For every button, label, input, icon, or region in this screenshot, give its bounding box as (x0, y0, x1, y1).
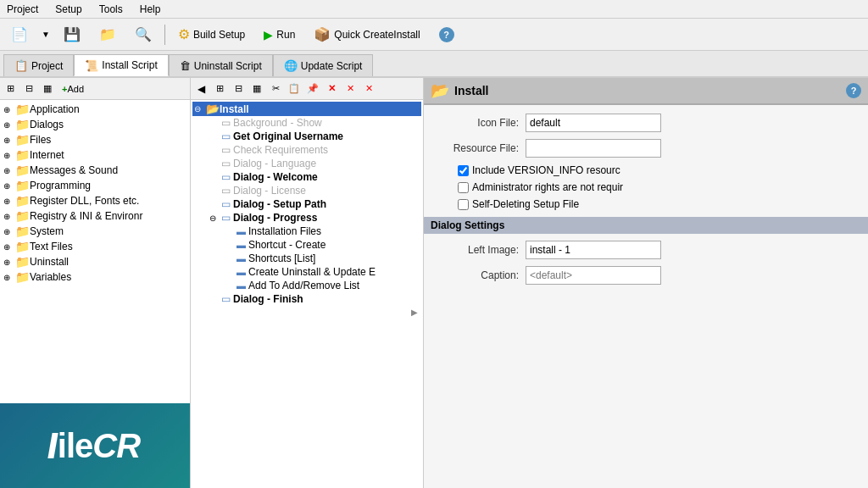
menu-tools[interactable]: Tools (96, 3, 126, 16)
tree-item-uninstall[interactable]: ⊕ 📁 Uninstall (2, 254, 188, 269)
mid-panel-toolbar: ◀ ⊞ ⊟ ▦ ✂ 📋 📌 ✕ ✕ ✕ (191, 78, 423, 100)
help-button[interactable]: ? (431, 22, 462, 47)
open-icon: 📁 (99, 26, 116, 42)
quick-create-button[interactable]: 📦 Quick CreateInstall (306, 22, 427, 47)
dropdown-button[interactable]: ▼ (39, 22, 53, 47)
mid-item-shortcutcreate[interactable]: ▬ Shortcut - Create (223, 238, 421, 252)
tree-item-system[interactable]: ⊕ 📁 System (2, 224, 188, 239)
tab-uninstall-script[interactable]: 🗑 Uninstall Script (169, 54, 273, 76)
mid-item-checkreq[interactable]: ▭ Check Requirements (208, 143, 421, 157)
menu-help[interactable]: Help (136, 3, 164, 16)
left-image-input[interactable] (526, 241, 661, 259)
icon-file-input[interactable] (526, 114, 661, 132)
left-panel-toolbar: ⊞ ⊟ ▦ + Add (0, 78, 190, 100)
tree-item-messages[interactable]: ⊕ 📁 Messages & Sound (2, 163, 188, 178)
mid-item-dialogsetuppath[interactable]: ▭ Dialog - Setup Path (208, 197, 421, 211)
tree-item-textfiles[interactable]: ⊕ 📁 Text Files (2, 239, 188, 254)
mid-label-shortcutcreate: Shortcut - Create (248, 239, 326, 251)
mid-label-background: Background - Show (233, 117, 322, 129)
tab-project[interactable]: 📋 Project (3, 54, 74, 76)
menu-project[interactable]: Project (3, 3, 42, 16)
mid-icon-createuninstall: ▬ (236, 267, 246, 277)
label-application: Application (30, 103, 80, 115)
mid-item-dialogwelcome[interactable]: ▭ Dialog - Welcome (208, 170, 421, 184)
tree-item-application[interactable]: ⊕ 📁 Application (2, 102, 188, 117)
folder-icon-dialogs: 📁 (15, 118, 30, 131)
resource-file-row: Resource File: (441, 139, 851, 158)
mid-item-dialogprogress[interactable]: ⊖ ▭ Dialog - Progress (208, 211, 421, 225)
mid-item-addtoremove[interactable]: ▬ Add To Add/Remove List (223, 279, 421, 292)
quick-label: Quick CreateInstall (334, 29, 420, 41)
new-icon: 📄 (11, 26, 28, 42)
mid-copy-btn[interactable]: 📋 (286, 80, 303, 97)
folder-icon-variables: 📁 (15, 270, 30, 284)
mid-script-icon-dialoglicense: ▭ (221, 185, 231, 197)
toggle-system: ⊕ (3, 227, 15, 236)
mid-item-background[interactable]: ▭ Background - Show (208, 116, 421, 130)
folder-icon-messages: 📁 (15, 164, 30, 177)
build-setup-button[interactable]: ⚙ Build Setup (170, 22, 253, 47)
version-info-checkbox[interactable] (458, 165, 469, 176)
admin-rights-checkbox[interactable] (458, 182, 469, 193)
tree-item-files[interactable]: ⊕ 📁 Files (2, 132, 188, 147)
folder-icon-programming: 📁 (15, 179, 30, 192)
left-grid-btn[interactable]: ⊟ (20, 80, 37, 97)
mid-item-dialogfinish[interactable]: ▭ Dialog - Finish (208, 292, 421, 306)
mid-item-createuninstall[interactable]: ▬ Create Uninstall & Update E (223, 265, 421, 279)
caption-input[interactable] (526, 266, 661, 285)
mid-item-instfiles[interactable]: ▬ Installation Files (223, 225, 421, 238)
toggle-messages: ⊕ (3, 166, 15, 175)
admin-rights-label: Administrator rights are not requir (472, 181, 623, 193)
mid-item-getuser[interactable]: ▭ Get Original Username (208, 130, 421, 143)
mid-label-dialogprogress: Dialog - Progress (233, 212, 317, 224)
left-tree[interactable]: ⊕ 📁 Application ⊕ 📁 Dialogs ⊕ 📁 Files ⊕ … (0, 100, 190, 403)
tree-item-register[interactable]: ⊕ 📁 Register DLL, Fonts etc. (2, 193, 188, 208)
mid-cut-btn[interactable]: ✂ (267, 80, 284, 97)
label-variables: Variables (30, 271, 71, 283)
mid-scrollbar-hint: ▶ (192, 306, 421, 319)
tree-item-programming[interactable]: ⊕ 📁 Programming (2, 178, 188, 193)
open-button[interactable]: 📁 (92, 22, 124, 47)
mid-progress-children: ▬ Installation Files ▬ Shortcut - Create… (223, 225, 421, 292)
toggle-variables: ⊕ (3, 273, 15, 282)
tree-item-internet[interactable]: ⊕ 📁 Internet (2, 147, 188, 163)
mid-close1-btn[interactable]: ✕ (342, 80, 359, 97)
mid-folder-icon-install: 📂 (206, 103, 220, 115)
mid-icon-addtoremove: ▬ (236, 280, 246, 291)
mid-item-dialoglang[interactable]: ▭ Dialog - Language (208, 157, 421, 170)
new-button[interactable]: 📄 (3, 22, 36, 47)
tree-item-dialogs[interactable]: ⊕ 📁 Dialogs (2, 117, 188, 132)
mid-tree[interactable]: ⊖ 📂 Install ▭ Background - Show ▭ Get Or… (191, 100, 423, 488)
folder-icon-application: 📁 (15, 103, 30, 116)
save-button[interactable]: 💾 (56, 22, 88, 47)
mid-label-addtoremove: Add To Add/Remove List (248, 280, 359, 291)
left-list-btn[interactable]: ▦ (39, 80, 56, 97)
mid-expand-btn[interactable]: ⊞ (211, 80, 228, 97)
mid-icon-shortcutslist: ▬ (236, 253, 246, 263)
mid-delete-btn[interactable]: ✕ (323, 80, 340, 97)
toggle-register: ⊕ (3, 197, 15, 206)
search-icon: 🔍 (135, 26, 152, 42)
label-messages: Messages & Sound (30, 164, 118, 176)
self-delete-checkbox[interactable] (458, 199, 469, 210)
run-button[interactable]: ▶ Run (256, 22, 303, 47)
resource-file-input[interactable] (526, 139, 661, 158)
mid-list-btn[interactable]: ▦ (248, 80, 265, 97)
mid-grid-btn[interactable]: ⊟ (230, 80, 247, 97)
mid-back-btn[interactable]: ◀ (192, 80, 209, 97)
mid-item-shortcutslist[interactable]: ▬ Shortcuts [List] (223, 252, 421, 265)
build-icon: ⚙ (178, 26, 190, 42)
tree-item-variables[interactable]: ⊕ 📁 Variables (2, 269, 188, 285)
tree-item-registry[interactable]: ⊕ 📁 Registry & INI & Environr (2, 208, 188, 224)
main-area: ⊞ ⊟ ▦ + Add ⊕ 📁 Application ⊕ 📁 Dialogs … (0, 78, 868, 488)
tab-install-script[interactable]: 📜 Install Script (74, 54, 168, 76)
mid-paste-btn[interactable]: 📌 (304, 80, 321, 97)
left-add-btn[interactable]: + Add (58, 80, 88, 97)
search-button[interactable]: 🔍 (127, 22, 159, 47)
mid-item-dialoglicense[interactable]: ▭ Dialog - License (208, 184, 421, 197)
tab-update-script[interactable]: 🌐 Update Script (273, 54, 374, 76)
menu-setup[interactable]: Setup (52, 3, 85, 16)
mid-tree-root-install[interactable]: ⊖ 📂 Install (192, 102, 421, 116)
left-expand-btn[interactable]: ⊞ (2, 80, 19, 97)
mid-close2-btn[interactable]: ✕ (360, 80, 377, 97)
